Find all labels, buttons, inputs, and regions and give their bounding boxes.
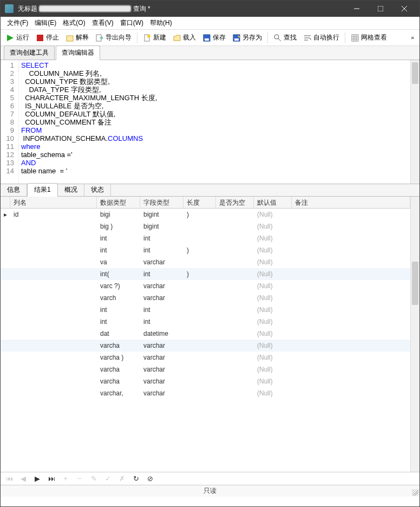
table-row[interactable]: varchavarchar(Null)	[1, 363, 410, 375]
minimize-button[interactable]	[346, 1, 368, 16]
play-icon	[6, 34, 15, 42]
save-icon	[202, 34, 211, 42]
table-row[interactable]: int(int)(Null)	[1, 268, 410, 280]
table-row[interactable]: intint(Null)	[1, 316, 410, 328]
table-row[interactable]: intint(Null)	[1, 304, 410, 316]
close-button[interactable]	[393, 1, 415, 16]
maximize-button[interactable]	[370, 1, 391, 16]
sql-editor[interactable]: 1234567891011121314 SELECT COLUMN_NAME 列…	[1, 60, 419, 184]
svg-point-9	[147, 35, 150, 38]
grid-body: ▸idbigibigint)(Null)big )bigint(Null)int…	[1, 209, 410, 399]
table-row[interactable]: ▸idbigibigint)(Null)	[1, 209, 410, 220]
nav-delete[interactable]: −	[75, 474, 84, 483]
col-header-fieldtype[interactable]: 字段类型	[140, 197, 183, 208]
svg-rect-6	[67, 36, 73, 41]
table-row[interactable]: varc ?)varchar(Null)	[1, 280, 410, 292]
nav-confirm[interactable]: ✓	[103, 474, 112, 483]
table-row[interactable]: varchavarchar(Null)	[1, 375, 410, 387]
toolbar: 运行 停止 解释 导出向导 新建 载入 保存 另存为 查找 自动换行 网格查看 …	[1, 30, 419, 46]
nav-add[interactable]: +	[61, 474, 70, 483]
col-header-remark[interactable]: 备注	[292, 197, 410, 208]
export-icon	[95, 34, 104, 42]
table-row[interactable]: varcha )varchar(Null)	[1, 352, 410, 363]
tab-info[interactable]: 信息	[1, 184, 27, 196]
table-row[interactable]: varchvarchar(Null)	[1, 292, 410, 304]
tab-status[interactable]: 状态	[84, 184, 111, 196]
auto-wrap-button[interactable]: 自动换行	[300, 32, 343, 43]
menu-file[interactable]: 文件(F)	[4, 17, 31, 29]
separator	[137, 32, 137, 43]
grid-scrollbar[interactable]	[410, 197, 419, 472]
menu-edit[interactable]: 编辑(E)	[31, 17, 60, 29]
tab-result1[interactable]: 结果1	[27, 183, 58, 197]
grid-icon	[351, 34, 359, 42]
title-suffix: 查询 *	[133, 5, 150, 12]
window-buttons	[346, 1, 415, 16]
save-as-button[interactable]: 另存为	[229, 32, 265, 43]
new-button[interactable]: 新建	[140, 32, 169, 43]
toolbar-overflow[interactable]: »	[408, 34, 417, 42]
grid-view-button[interactable]: 网格查看	[347, 32, 390, 43]
record-navigator: ⏮ ◀ ▶ ⏭ + − ✎ ✓ ✗ ↻ ⊘	[1, 472, 419, 485]
nav-prev[interactable]: ◀	[19, 474, 28, 483]
tab-query-builder[interactable]: 查询创建工具	[4, 46, 55, 60]
table-row[interactable]: intint(Null)	[1, 232, 410, 244]
separator	[345, 32, 345, 43]
table-row[interactable]: big )bigint(Null)	[1, 220, 410, 232]
explain-icon	[65, 34, 74, 42]
editor-tabs: 查询创建工具 查询编辑器	[1, 46, 419, 60]
svg-point-14	[274, 35, 279, 39]
table-row[interactable]: varchar,varchar(Null)	[1, 387, 410, 399]
result-grid[interactable]: 列名 数据类型 字段类型 长度 是否为空 默认值 备注 ▸idbigibigin…	[1, 197, 410, 472]
resize-grip[interactable]	[412, 489, 418, 496]
table-row[interactable]: vavarchar(Null)	[1, 256, 410, 268]
nav-next[interactable]: ▶	[33, 474, 42, 483]
status-readonly: 只读	[204, 486, 216, 496]
menu-format[interactable]: 格式(O)	[60, 17, 88, 29]
col-header-default[interactable]: 默认值	[254, 197, 292, 208]
col-header-nullable[interactable]: 是否为空	[216, 197, 254, 208]
nav-stop[interactable]: ⊘	[146, 474, 154, 483]
scrollbar-thumb[interactable]	[412, 62, 418, 84]
menu-window[interactable]: 窗口(W)	[117, 17, 147, 29]
line-gutter: 1234567891011121314	[1, 60, 19, 184]
result-grid-wrap: 列名 数据类型 字段类型 长度 是否为空 默认值 备注 ▸idbigibigin…	[1, 197, 419, 472]
run-button[interactable]: 运行	[3, 32, 32, 43]
menubar: 文件(F) 编辑(E) 格式(O) 查看(V) 窗口(W) 帮助(H)	[1, 17, 419, 30]
nav-first[interactable]: ⏮	[5, 474, 14, 483]
col-header-datatype[interactable]: 数据类型	[97, 197, 140, 208]
statusbar: 只读	[1, 485, 419, 497]
table-row[interactable]: varchavarchar(Null)	[1, 340, 410, 352]
titlebar: 无标题 查询 *	[1, 1, 419, 17]
explain-button[interactable]: 解释	[62, 32, 92, 43]
menu-help[interactable]: 帮助(H)	[147, 17, 175, 29]
save-button[interactable]: 保存	[199, 32, 229, 43]
col-header-length[interactable]: 长度	[183, 197, 216, 208]
svg-rect-13	[234, 38, 239, 41]
load-button[interactable]: 载入	[169, 32, 199, 43]
export-wizard-button[interactable]: 导出向导	[92, 32, 135, 43]
tab-query-editor[interactable]: 查询编辑器	[56, 46, 100, 60]
folder-open-icon	[173, 34, 181, 42]
table-row[interactable]: datdatetime(Null)	[1, 328, 410, 340]
nav-cancel[interactable]: ✗	[117, 474, 126, 483]
app-icon	[5, 4, 14, 13]
nav-last[interactable]: ⏭	[47, 474, 56, 483]
menu-view[interactable]: 查看(V)	[89, 17, 117, 29]
tab-profile[interactable]: 概况	[58, 184, 84, 196]
stop-icon	[36, 34, 44, 42]
stop-button[interactable]: 停止	[32, 32, 62, 43]
nav-refresh[interactable]: ↻	[132, 474, 140, 483]
new-icon	[143, 34, 152, 42]
code-area[interactable]: SELECT COLUMN_NAME 列名, COLUMN_TYPE 数据类型,…	[19, 60, 410, 184]
separator	[267, 32, 268, 43]
col-header-name[interactable]: 列名	[10, 197, 97, 208]
editor-scrollbar[interactable]	[410, 60, 419, 184]
grid-header: 列名 数据类型 字段类型 长度 是否为空 默认值 备注	[1, 197, 410, 209]
svg-rect-1	[378, 6, 383, 11]
table-row[interactable]: intint)(Null)	[1, 244, 410, 256]
nav-edit[interactable]: ✎	[89, 474, 98, 483]
result-tabs: 信息 结果1 概况 状态	[1, 184, 419, 197]
scrollbar-thumb[interactable]	[412, 262, 418, 305]
find-button[interactable]: 查找	[270, 32, 300, 43]
